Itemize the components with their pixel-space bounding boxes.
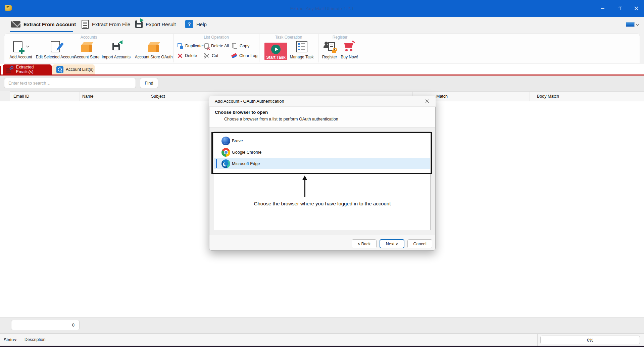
find-button[interactable]: Find	[140, 78, 158, 88]
column-header-match[interactable]: Match	[436, 91, 448, 101]
window-bottom-border	[0, 346, 644, 347]
browser-row-brave[interactable]: Brave	[214, 135, 430, 146]
search-input[interactable]	[4, 78, 136, 88]
delete-all-icon	[204, 43, 209, 49]
ribbon-item-cut[interactable]: Cut	[204, 52, 218, 59]
scissors-icon	[204, 53, 209, 59]
theme-swatch-icon	[626, 22, 635, 27]
item-label: Copy	[240, 44, 249, 48]
ribbon-item-manage-task[interactable]: Manage Task	[289, 40, 314, 59]
annotation-caption: Choose the browser where you have logged…	[209, 201, 436, 206]
export-icon	[135, 20, 143, 28]
import-icon	[112, 43, 120, 50]
store-box-icon	[148, 41, 159, 52]
progress-bar: 0%	[540, 336, 640, 344]
minimize-icon	[601, 8, 604, 9]
dialog-subheading: Choose a browser from a list to perform …	[224, 117, 338, 121]
group-separator	[362, 34, 362, 62]
ribbon-item-register[interactable]: Register	[318, 40, 341, 59]
document-icon	[82, 20, 89, 29]
group-title-accounts: Accounts	[4, 35, 174, 40]
theme-selector[interactable]	[626, 22, 639, 27]
browser-row-microsoft-edge[interactable]: Microsoft Edge	[214, 158, 430, 169]
register-license-icon	[324, 41, 336, 52]
arrow-right-icon	[140, 18, 146, 22]
column-separator	[630, 92, 630, 101]
ribbon-item-start-task[interactable]: Start Task	[264, 43, 287, 60]
ribbon-item-clear-log[interactable]: Clear Log	[232, 52, 257, 59]
ribbon-item-delete-all[interactable]: Delete All	[204, 42, 229, 50]
column-header-email-id[interactable]: Email ID	[13, 91, 29, 101]
ribbon-item-delete[interactable]: Delete	[178, 52, 197, 59]
view-tab-extracted-emails[interactable]: Extracted Emails(s)	[3, 64, 52, 75]
column-header-subject[interactable]: Subject	[151, 91, 165, 101]
tab-export-result[interactable]: Export Result	[135, 17, 176, 32]
envelope-icon	[11, 21, 20, 28]
back-button[interactable]: < Back	[352, 239, 377, 248]
ribbon-item-duplicates[interactable]: Duplicates	[178, 42, 205, 50]
ribbon-item-import-accounts[interactable]: Import Accounts	[98, 40, 135, 59]
tab-extract-from-file[interactable]: Extract From File	[82, 17, 130, 32]
pencil-icon	[57, 42, 64, 49]
browser-name: Microsoft Edge	[232, 161, 260, 166]
item-label: Start Task	[266, 55, 285, 60]
tab-label: Export Result	[146, 21, 176, 27]
record-counter-field[interactable]: 0	[11, 320, 80, 330]
dialog-close-button[interactable]	[422, 97, 433, 106]
tab-label: Extract From Account	[23, 21, 76, 27]
browser-name: Brave	[232, 139, 243, 143]
view-tab-account-list[interactable]: Account List(s)	[52, 64, 95, 75]
shopping-cart-icon	[344, 41, 355, 52]
add-account-icon	[13, 41, 22, 52]
group-title-list-operation: List Operation	[174, 35, 259, 40]
eraser-icon	[231, 53, 238, 58]
extracted-emails-icon	[6, 66, 14, 73]
item-label: Cut	[212, 53, 218, 58]
browser-row-google-chrome[interactable]: Google Chrome	[214, 147, 430, 158]
app-icon	[5, 5, 12, 11]
ribbon-item-buy-now[interactable]: Buy Now!	[340, 40, 359, 59]
item-label: Buy Now!	[341, 55, 358, 59]
tab-help[interactable]: ? Help	[185, 17, 207, 32]
item-label: Account Store OAuth	[135, 55, 173, 59]
play-icon	[271, 45, 281, 54]
cancel-button[interactable]: Cancel	[407, 239, 432, 248]
item-label: Register	[322, 55, 337, 59]
lock-icon	[332, 50, 336, 53]
browser-name: Google Chrome	[232, 150, 261, 155]
column-header-body-match[interactable]: Body Match	[537, 91, 559, 101]
edge-browser-icon	[221, 159, 230, 168]
close-button[interactable]	[629, 0, 644, 17]
x-mark-icon	[207, 47, 210, 50]
chrome-browser-icon	[221, 148, 230, 157]
view-tab-label: Extracted Emails(s)	[16, 65, 52, 74]
group-title-register: Register	[318, 35, 362, 40]
item-label: Add Account	[9, 55, 32, 59]
restore-button[interactable]	[611, 0, 627, 17]
column-header-name[interactable]: Name	[82, 91, 93, 101]
item-label: Delete All	[211, 44, 229, 48]
window-title: Extract Any Mail Ultimate 1.2.1	[221, 0, 423, 17]
arrow-left-icon	[117, 40, 122, 44]
group-separator	[174, 34, 174, 62]
view-tab-label: Account List(s)	[66, 67, 94, 72]
minimize-button[interactable]	[595, 0, 610, 17]
chevron-down-icon	[636, 22, 639, 26]
close-icon	[634, 6, 638, 10]
status-separator	[537, 333, 538, 346]
chevron-down-icon	[26, 44, 29, 47]
ribbon-item-copy[interactable]: Copy	[232, 42, 249, 50]
dialog-title-bar: Add Account - OAuth Authentication	[209, 96, 436, 107]
next-button[interactable]: Next >	[380, 239, 404, 248]
ribbon-item-account-store-oauth[interactable]: Account Store OAuth	[135, 40, 172, 59]
restore-icon	[618, 7, 621, 10]
status-label: Status:	[4, 333, 17, 346]
annotation-arrow-line	[304, 179, 305, 197]
tab-extract-from-account[interactable]: Extract From Account	[11, 17, 76, 32]
red-edge-accent	[0, 66, 1, 76]
item-label: Clear Log	[239, 53, 257, 58]
copy-icon	[232, 43, 237, 49]
column-separator	[80, 92, 80, 101]
item-label: Delete	[185, 53, 197, 58]
item-label: Account Store	[74, 55, 99, 59]
